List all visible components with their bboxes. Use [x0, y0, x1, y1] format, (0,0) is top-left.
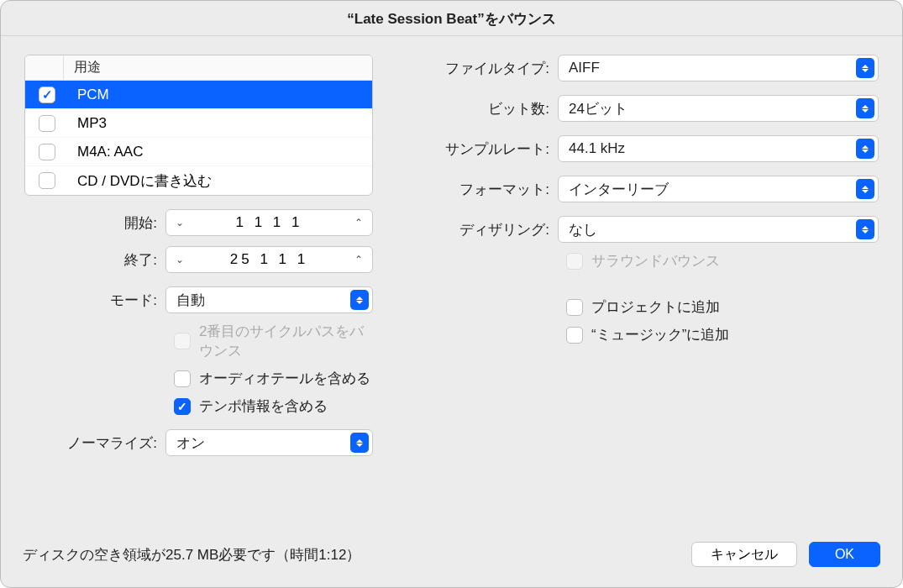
end-row: 終了: ⌄ 25 1 1 1 ⌃	[24, 246, 373, 273]
checkbox-addproj[interactable]	[566, 299, 583, 316]
tempo-label: テンポ情報を含める	[199, 396, 328, 416]
filetype-value: AIFF	[569, 60, 856, 76]
select-caret-icon	[856, 139, 874, 159]
list-row-pcm[interactable]: PCM	[25, 81, 372, 109]
dither-label: ディザリング:	[410, 220, 558, 239]
chevron-down-icon[interactable]: ⌄	[173, 254, 186, 265]
list-header-spacer	[25, 55, 64, 80]
list-label-pcm: PCM	[77, 87, 109, 103]
mode-row: モード: 自動	[24, 286, 373, 313]
bitdepth-label: ビット数:	[410, 99, 558, 118]
footer-buttons: キャンセル OK	[691, 542, 880, 567]
start-value[interactable]: 1 1 1 1	[192, 214, 347, 231]
select-caret-icon	[856, 179, 874, 199]
select-caret-icon	[856, 58, 874, 78]
normalize-select[interactable]: オン	[165, 429, 373, 456]
chevron-down-icon[interactable]: ⌄	[173, 217, 186, 228]
ok-button[interactable]: OK	[809, 542, 880, 567]
end-label: 終了:	[24, 250, 165, 270]
addmusic-label: “ミュージック”に追加	[591, 325, 729, 344]
normalize-row: ノーマライズ: オン	[24, 429, 373, 456]
dither-row: ディザリング: なし	[410, 216, 879, 243]
format-row: フォーマット: インターリーブ	[410, 176, 879, 202]
select-caret-icon	[350, 290, 369, 310]
list-label-cddvd: CD / DVDに書き込む	[77, 171, 212, 191]
dialog-footer: ディスクの空き領域が25.7 MB必要です（時間1:12） キャンセル OK	[1, 542, 902, 587]
addmusic-row: “ミュージック”に追加	[566, 325, 879, 344]
dialog-title: “Late Session Beat”をバウンス	[1, 1, 902, 36]
samplerate-label: サンプルレート:	[410, 139, 558, 159]
list-header-label: 用途	[64, 59, 101, 76]
filetype-label: ファイルタイプ:	[410, 59, 558, 78]
checkbox-cddvd[interactable]	[39, 172, 55, 189]
filetype-row: ファイルタイプ: AIFF	[410, 55, 879, 81]
normalize-label: ノーマライズ:	[24, 433, 165, 453]
format-label: フォーマット:	[410, 180, 558, 199]
list-row-mp3[interactable]: MP3	[25, 109, 372, 138]
end-value[interactable]: 25 1 1 1	[192, 251, 347, 268]
addproj-label: プロジェクトに追加	[591, 297, 720, 317]
surround-row: サラウンドバウンス	[566, 251, 879, 270]
left-column: 用途 PCM MP3 M4A: AAC CD / DVDに書き込む	[24, 55, 373, 542]
cycle2-label: 2番目のサイクルパスをバウンス	[199, 322, 373, 360]
list-label-m4a: M4A: AAC	[77, 144, 143, 160]
checkbox-m4a[interactable]	[39, 144, 55, 160]
list-row-m4a[interactable]: M4A: AAC	[25, 138, 372, 166]
right-column: ファイルタイプ: AIFF ビット数: 24ビット サンプルレート: 44.1 …	[410, 55, 879, 542]
tail-row: オーディオテールを含める	[174, 369, 373, 388]
dither-select[interactable]: なし	[558, 216, 879, 243]
dialog-content: 用途 PCM MP3 M4A: AAC CD / DVDに書き込む	[1, 36, 902, 542]
status-text: ディスクの空き領域が25.7 MB必要です（時間1:12）	[23, 545, 360, 564]
list-header: 用途	[25, 55, 372, 81]
bitdepth-select[interactable]: 24ビット	[558, 95, 879, 122]
addproj-row: プロジェクトに追加	[566, 297, 879, 317]
chevron-up-icon[interactable]: ⌃	[352, 254, 365, 265]
destination-list: 用途 PCM MP3 M4A: AAC CD / DVDに書き込む	[24, 55, 373, 196]
checkbox-addmusic[interactable]	[566, 327, 583, 344]
format-value: インターリーブ	[569, 180, 856, 199]
samplerate-select[interactable]: 44.1 kHz	[558, 135, 879, 162]
start-field[interactable]: ⌄ 1 1 1 1 ⌃	[165, 209, 373, 236]
checkbox-tempo[interactable]	[174, 398, 191, 415]
chevron-up-icon[interactable]: ⌃	[352, 217, 365, 228]
start-label: 開始:	[24, 213, 165, 233]
checkbox-cycle2	[174, 333, 191, 349]
mode-value: 自動	[176, 291, 350, 310]
select-caret-icon	[350, 433, 369, 453]
select-caret-icon	[856, 219, 874, 239]
checkbox-pcm[interactable]	[39, 87, 55, 103]
tempo-row: テンポ情報を含める	[174, 396, 373, 416]
start-row: 開始: ⌄ 1 1 1 1 ⌃	[24, 209, 373, 236]
end-field[interactable]: ⌄ 25 1 1 1 ⌃	[165, 246, 373, 273]
dither-value: なし	[569, 220, 856, 239]
list-label-mp3: MP3	[77, 115, 107, 132]
checkbox-tail[interactable]	[174, 370, 191, 387]
normalize-value: オン	[176, 433, 350, 453]
samplerate-row: サンプルレート: 44.1 kHz	[410, 135, 879, 162]
samplerate-value: 44.1 kHz	[569, 140, 856, 157]
select-caret-icon	[856, 98, 874, 118]
surround-label: サラウンドバウンス	[591, 251, 720, 270]
tail-label: オーディオテールを含める	[199, 369, 370, 388]
bitdepth-row: ビット数: 24ビット	[410, 95, 879, 122]
checkbox-mp3[interactable]	[39, 115, 55, 132]
cancel-button[interactable]: キャンセル	[691, 542, 797, 567]
list-row-cddvd[interactable]: CD / DVDに書き込む	[25, 166, 372, 195]
filetype-select[interactable]: AIFF	[558, 55, 879, 81]
bitdepth-value: 24ビット	[569, 99, 856, 118]
checkbox-surround	[566, 253, 583, 270]
format-select[interactable]: インターリーブ	[558, 176, 879, 202]
mode-label: モード:	[24, 291, 165, 310]
bounce-dialog: “Late Session Beat”をバウンス 用途 PCM MP3	[0, 0, 903, 588]
mode-select[interactable]: 自動	[165, 286, 373, 313]
cycle2-row: 2番目のサイクルパスをバウンス	[174, 322, 373, 360]
